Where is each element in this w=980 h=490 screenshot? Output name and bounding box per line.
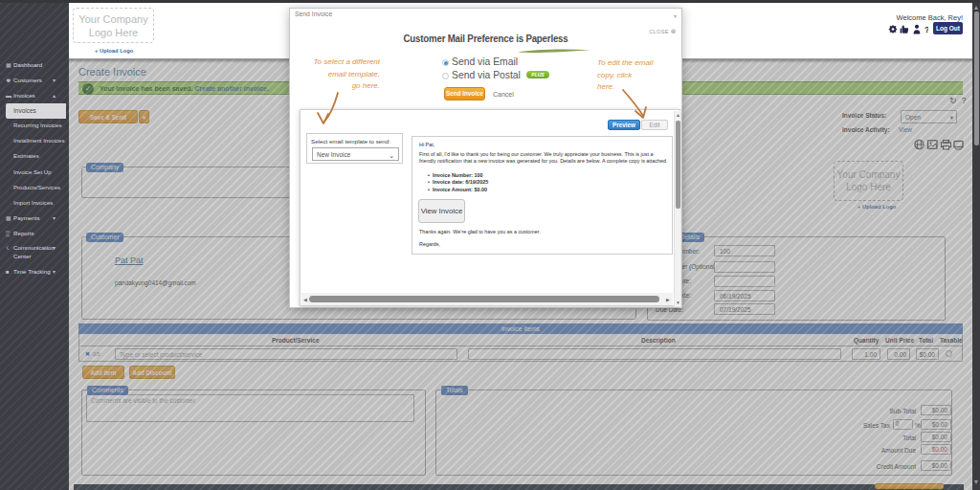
svg-text:?: ? (924, 25, 928, 34)
